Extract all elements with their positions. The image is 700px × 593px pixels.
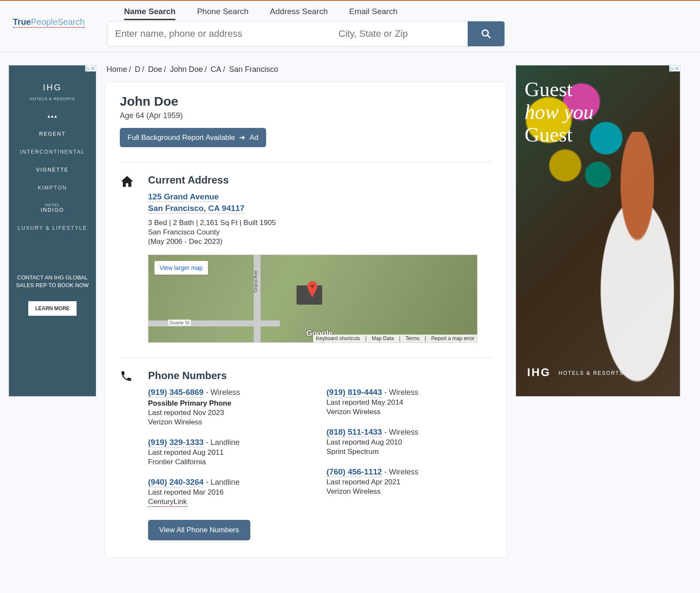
phone-item: (818) 511-1433 - WirelessLast reported A… [326, 427, 492, 456]
home-icon [120, 174, 136, 343]
phone-primary-label: Possible Primary Phone [148, 399, 314, 408]
phone-number-link[interactable]: (940) 240-3264 [148, 477, 204, 487]
ad-left-item: ▴▴▴ [14, 113, 91, 119]
phone-last-reported: Last reported Apr 2021 [326, 478, 492, 486]
map-view-larger-link[interactable]: View larger map [154, 261, 208, 275]
bg-report-ad-suffix: Ad [249, 133, 258, 142]
tab-name-search[interactable]: Name Search [124, 4, 175, 20]
ad-left-brand-sub: HOTELS & RESORTS [14, 97, 91, 101]
phone-number-link[interactable]: (760) 456-1112 [326, 467, 382, 477]
phone-carrier: Verizon Wireless [326, 487, 381, 496]
phone-item: (919) 819-4443 - WirelessLast reported M… [326, 388, 492, 416]
ad-left-cta-button[interactable]: LEARN MORE [28, 301, 77, 316]
site-logo[interactable]: TruePeopleSearch [0, 4, 107, 28]
address-details: 3 Bed | 2 Bath | 2,161 Sq Ft | Built 190… [148, 219, 492, 227]
phone-number-link[interactable]: (818) 511-1433 [326, 427, 382, 437]
phone-type: - Wireless [382, 388, 418, 397]
breadcrumb-item[interactable]: CA [211, 65, 221, 74]
breadcrumb-item[interactable]: John Doe [170, 65, 203, 74]
top-bar: TruePeopleSearch Name Search Phone Searc… [0, 0, 700, 52]
phone-carrier: Verizon Wireless [148, 418, 202, 427]
search-icon [481, 29, 491, 39]
phones-col-right: (919) 819-4443 - WirelessLast reported M… [326, 388, 492, 518]
svg-line-1 [487, 35, 490, 38]
phone-last-reported: Last reported May 2014 [326, 398, 492, 407]
address-dates: (May 2006 - Dec 2023) [148, 237, 492, 246]
section-title-phones: Phone Numbers [148, 370, 492, 382]
map-keyboard-shortcuts[interactable]: Keyboard shortcuts [316, 335, 360, 341]
phone-item: (940) 240-3264 - LandlineLast reported M… [148, 477, 314, 507]
arrow-right-icon: ➔ [239, 133, 245, 142]
phone-type: - Landline [204, 438, 240, 447]
divider [120, 357, 492, 358]
section-title-address: Current Address [148, 174, 492, 186]
main-column: Home/ D/ Doe/ John Doe/ CA/ San Francisc… [105, 65, 507, 558]
phone-number-link[interactable]: (919) 329-1333 [148, 438, 204, 448]
search-input-location[interactable] [331, 21, 468, 46]
search-button[interactable] [468, 21, 504, 46]
phone-icon [120, 370, 136, 540]
phone-number-link[interactable]: (919) 345-6869 [148, 388, 204, 397]
ad-left-item: KIMPTON [14, 185, 91, 191]
phone-item: (760) 456-1112 - WirelessLast reported A… [326, 467, 492, 496]
view-all-phones-button[interactable]: View All Phone Numbers [148, 520, 250, 540]
breadcrumb-item[interactable]: D [135, 65, 140, 74]
phone-number-link[interactable]: (919) 819-4443 [326, 388, 382, 397]
ad-right-headline: Guest [525, 78, 671, 101]
tab-email-search[interactable]: Email Search [349, 4, 397, 20]
breadcrumb: Home/ D/ Doe/ John Doe/ CA/ San Francisc… [105, 65, 507, 74]
map-pin-icon [306, 281, 317, 291]
map-data-link[interactable]: Map Data [372, 335, 394, 341]
ad-left-brand: IHG [14, 83, 91, 92]
map[interactable]: View larger map Grand Ave Duarte St Goog… [148, 255, 478, 343]
map-street-label: Grand Ave [253, 270, 258, 293]
svg-point-0 [482, 30, 488, 36]
bg-report-label: Full Background Report Available [128, 133, 235, 142]
address-county: San Francisco County [148, 228, 492, 237]
phones-grid: (919) 345-6869 - WirelessPossible Primar… [148, 388, 492, 518]
profile-card: John Doe Age 64 (Apr 1959) Full Backgrou… [105, 82, 507, 558]
phone-item: (919) 345-6869 - WirelessPossible Primar… [148, 388, 314, 427]
divider [120, 162, 492, 162]
ad-left[interactable]: ▷✕ IHG HOTELS & RESORTS ▴▴▴ REGENT INTER… [9, 65, 96, 397]
ad-right-person [573, 132, 680, 396]
svg-point-2 [310, 285, 314, 288]
address-street-link[interactable]: 125 Grand Avenue [148, 192, 219, 202]
ad-left-cta-text: CONTACT AN IHG GLOBAL SALES REP TO BOOK … [14, 274, 91, 289]
ad-right-headline: how you [525, 101, 671, 124]
address-citystate-link[interactable]: San Francisco, CA 94117 [148, 204, 244, 213]
person-name: John Doe [120, 94, 492, 109]
ad-right-brand: IHG HOTELS & RESORTS [527, 366, 624, 379]
phone-carrier: Frontier California [148, 458, 206, 466]
phone-carrier: Sprint Spectrum [326, 448, 379, 456]
search-box [107, 21, 505, 47]
phone-type: - Wireless [382, 428, 418, 436]
content-row: ▷✕ IHG HOTELS & RESORTS ▴▴▴ REGENT INTER… [0, 52, 700, 571]
ad-left-item: HOTEL INDIGO [14, 203, 91, 213]
tab-phone-search[interactable]: Phone Search [197, 4, 248, 20]
tab-address-search[interactable]: Address Search [270, 4, 328, 20]
ad-right-headline: Guest [525, 124, 671, 146]
map-road [254, 255, 261, 342]
map-report-error[interactable]: Report a map error [431, 335, 475, 341]
background-report-button[interactable]: Full Background Report Available ➔ Ad [120, 128, 266, 147]
phone-last-reported: Last reported Mar 2016 [148, 488, 314, 497]
ad-left-item: LUXURY & LIFESTYLE [14, 225, 91, 231]
phones-col-left: (919) 345-6869 - WirelessPossible Primar… [148, 388, 314, 518]
breadcrumb-item[interactable]: San Francisco [229, 65, 278, 74]
map-street-label: Duarte St [168, 320, 190, 326]
search-input-main[interactable] [107, 21, 331, 46]
ad-right[interactable]: ▷✕ Guest how you Guest IHG HOTELS & RESO… [516, 65, 680, 397]
section-current-address: Current Address 125 Grand Avenue San Fra… [120, 174, 492, 343]
person-age: Age 64 (Apr 1959) [120, 111, 492, 120]
search-area: Name Search Phone Search Address Search … [107, 4, 505, 47]
phone-last-reported: Last reported Nov 2023 [148, 409, 314, 417]
breadcrumb-item[interactable]: Home [107, 65, 127, 74]
adchoices-icon[interactable]: ▷✕ [85, 65, 96, 71]
phone-item: (919) 329-1333 - LandlineLast reported A… [148, 438, 314, 466]
search-tabs: Name Search Phone Search Address Search … [107, 4, 505, 20]
phone-type: - Wireless [382, 468, 418, 476]
map-terms-link[interactable]: Terms [406, 335, 420, 341]
ad-left-item: REGENT [14, 131, 91, 137]
breadcrumb-item[interactable]: Doe [148, 65, 162, 74]
